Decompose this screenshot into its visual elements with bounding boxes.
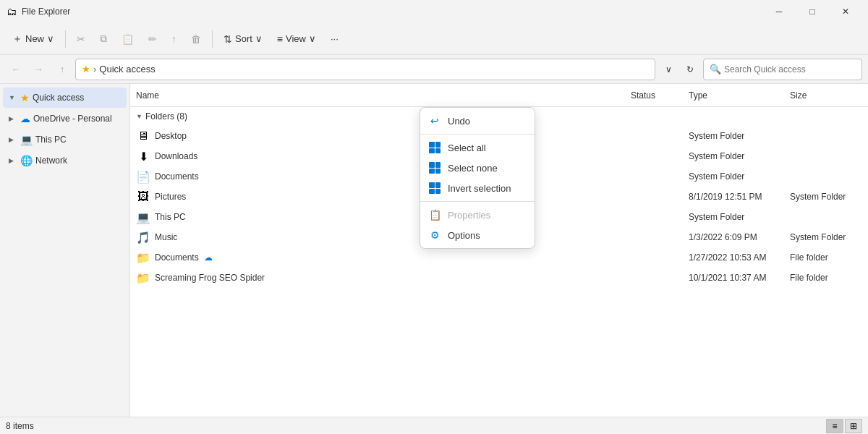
file-type-music: System Folder: [790, 232, 862, 242]
sidebar-item-network[interactable]: ▶ 🌐 Network: [3, 150, 127, 171]
col-name-header[interactable]: Name: [136, 90, 631, 101]
up-button: ↑: [52, 59, 72, 80]
expand-arrow-this-pc: ▶: [9, 136, 17, 143]
new-button[interactable]: ＋ New ∨: [6, 27, 61, 51]
file-name-music: Music: [155, 232, 631, 242]
file-name-this-pc: This PC: [155, 212, 631, 222]
search-input[interactable]: [724, 64, 856, 75]
menu-label-properties: Properties: [448, 210, 490, 221]
file-type-documents-sys: System Folder: [689, 171, 790, 182]
cut-button: ✂: [70, 27, 92, 51]
quick-access-icon: ★: [20, 92, 30, 103]
cloud-sync-icon: ☁: [204, 252, 213, 263]
back-button: ←: [6, 59, 26, 80]
toolbar: ＋ New ∨ ✂ ⧉ 📋 ✏ ↑ 🗑 ⇅ Sort ∨ ≡ View ∨ ··…: [0, 23, 868, 55]
paste-button: 📋: [115, 27, 140, 51]
expand-arrow-quick-access: ▼: [9, 94, 17, 101]
main-area: ▼ ★ Quick access ▶ ☁ OneDrive - Personal…: [0, 84, 868, 417]
grid-view-button[interactable]: ⊞: [845, 419, 862, 433]
sort-button[interactable]: ⇅ Sort ∨: [217, 27, 269, 51]
cut-icon: ✂: [77, 33, 85, 45]
delete-icon: 🗑: [191, 33, 201, 45]
file-date-pictures: 8/1/2019 12:51 PM: [689, 192, 790, 202]
new-icon: ＋: [12, 33, 22, 46]
screaming-frog-icon: 📁: [136, 271, 150, 285]
title-bar: 🗂 File Explorer ─ □ ✕: [0, 0, 868, 23]
sidebar-item-quick-access[interactable]: ▼ ★ Quick access: [3, 88, 127, 108]
col-status-header[interactable]: Status: [631, 90, 689, 101]
undo-icon: ↩: [429, 115, 441, 127]
file-name-desktop: Desktop: [155, 131, 631, 141]
menu-item-invert-selection[interactable]: Invert selection: [420, 178, 535, 198]
sidebar-item-onedrive[interactable]: ▶ ☁ OneDrive - Personal: [3, 109, 127, 129]
documents-folder-icon: 📁: [136, 251, 150, 265]
more-button[interactable]: ···: [324, 27, 345, 51]
file-date-documents-folder: 1/27/2022 10:53 AM: [689, 252, 790, 263]
file-type-screaming-frog: File folder: [790, 273, 862, 283]
sidebar-item-label-onedrive: OneDrive - Personal: [33, 114, 112, 124]
downloads-icon: ⬇: [136, 150, 150, 163]
file-type-downloads: System Folder: [689, 151, 790, 161]
file-row-documents-folder[interactable]: 📁 Documents ☁ 1/27/2022 10:53 AM File fo…: [130, 247, 868, 268]
file-type-documents-folder: File folder: [790, 252, 862, 263]
file-name-screaming-frog: Screaming Frog SEO Spider: [155, 273, 631, 283]
onedrive-icon: ☁: [20, 113, 30, 124]
search-box[interactable]: 🔍: [703, 59, 862, 80]
documents-sys-icon: 📄: [136, 170, 150, 184]
col-size-header[interactable]: Size: [790, 90, 862, 101]
menu-separator-2: [420, 201, 535, 202]
file-type-this-pc: System Folder: [689, 212, 790, 222]
this-pc-file-icon: 💻: [136, 210, 150, 224]
menu-item-select-all[interactable]: Select all: [420, 137, 535, 158]
path-text: Quick access: [99, 64, 155, 75]
rename-button: ✏: [142, 27, 163, 51]
this-pc-icon: 💻: [20, 134, 33, 145]
pictures-icon: 🖼: [136, 190, 150, 203]
refresh-button[interactable]: ↻: [680, 59, 700, 80]
file-date-music: 1/3/2022 6:09 PM: [689, 232, 790, 242]
maximize-button[interactable]: □: [796, 0, 829, 23]
app-icon: 🗂: [6, 6, 17, 17]
close-button[interactable]: ✕: [829, 0, 862, 23]
music-icon: 🎵: [136, 231, 150, 244]
sidebar-item-label-this-pc: This PC: [35, 135, 67, 145]
section-label: Folders (8): [145, 111, 187, 122]
col-type-header[interactable]: Type: [689, 90, 790, 101]
select-all-icon: [429, 142, 441, 153]
file-type-desktop: System Folder: [689, 131, 790, 141]
file-name-documents-sys: Documents: [155, 171, 631, 182]
file-name-pictures: Pictures: [155, 192, 631, 202]
menu-label-select-all: Select all: [448, 142, 486, 153]
sort-icon: ⇅: [224, 33, 232, 45]
sidebar: ▼ ★ Quick access ▶ ☁ OneDrive - Personal…: [0, 84, 130, 417]
sidebar-item-this-pc[interactable]: ▶ 💻 This PC: [3, 129, 127, 150]
view-button[interactable]: ≡ View ∨: [271, 27, 323, 51]
copy-icon: ⧉: [100, 33, 107, 45]
dropdown-button[interactable]: ∨: [658, 59, 678, 80]
share-button: ↑: [165, 27, 183, 51]
app-title: File Explorer: [22, 7, 70, 17]
sidebar-item-label-quick-access: Quick access: [33, 93, 84, 103]
address-path[interactable]: ★ › Quick access: [75, 59, 655, 80]
address-bar: ← → ↑ ★ › Quick access ∨ ↻ 🔍: [0, 55, 868, 84]
delete-button: 🗑: [184, 27, 208, 51]
content-area: Name Status Type Size ▼ Folders (8) 🖥 De…: [130, 84, 868, 417]
menu-item-options[interactable]: ⚙ Options: [420, 225, 535, 245]
menu-item-select-none[interactable]: Select none: [420, 158, 535, 178]
context-menu: ↩ Undo Select all Select none: [420, 107, 535, 249]
menu-label-options: Options: [448, 230, 480, 241]
column-headers: Name Status Type Size: [130, 84, 868, 107]
file-row-screaming-frog[interactable]: 📁 Screaming Frog SEO Spider 10/1/2021 10…: [130, 268, 868, 288]
file-date-screaming-frog: 10/1/2021 10:37 AM: [689, 273, 790, 283]
paste-icon: 📋: [122, 33, 134, 45]
section-arrow: ▼: [136, 113, 142, 120]
copy-button: ⧉: [93, 27, 114, 51]
options-icon: ⚙: [429, 229, 441, 241]
desktop-icon: 🖥: [136, 129, 150, 142]
menu-item-undo[interactable]: ↩ Undo: [420, 111, 535, 131]
list-view-button[interactable]: ≡: [826, 419, 843, 433]
file-type-pictures: System Folder: [790, 192, 862, 202]
sidebar-item-label-network: Network: [35, 156, 67, 166]
favorite-icon: ★: [82, 64, 90, 75]
minimize-button[interactable]: ─: [762, 0, 796, 23]
